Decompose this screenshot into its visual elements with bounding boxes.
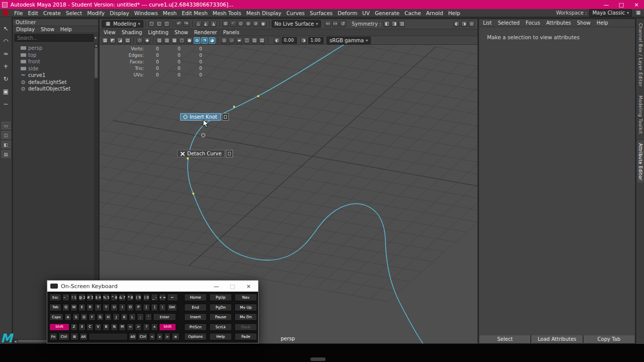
key-scrlk[interactable]: ScrLk <box>209 323 232 331</box>
key-y[interactable]: Y <box>103 304 110 311</box>
render-icon[interactable]: ◐ <box>453 21 460 27</box>
menu-deform[interactable]: Deform <box>335 10 360 16</box>
key-d[interactable]: D <box>80 313 88 321</box>
minimize-button[interactable]: — <box>599 0 614 9</box>
key-blank[interactable]: ← <box>167 294 178 301</box>
menu-cache[interactable]: Cache <box>402 10 424 16</box>
pan-zoom-icon[interactable]: ◆ <box>144 37 150 44</box>
new-scene-icon[interactable]: ▢ <box>148 21 155 27</box>
bookmarks-icon[interactable]: ◪ <box>117 37 123 44</box>
key-4[interactable]: $ 4 <box>95 294 102 301</box>
camera-lock-icon[interactable]: ▦ <box>102 37 108 44</box>
key-blank[interactable]: ] <box>151 304 158 311</box>
key-9[interactable]: ( 9 <box>135 294 142 301</box>
menu-select[interactable]: Select <box>63 10 85 16</box>
outliner-item-persp[interactable]: persp <box>13 45 98 52</box>
key-ctrl[interactable]: Ctrl <box>138 333 148 340</box>
key-5[interactable]: % 5 <box>103 294 110 301</box>
key-blank[interactable] <box>89 333 128 340</box>
menu-windows[interactable]: Windows <box>132 10 160 16</box>
workspace-grid-icon[interactable]: ▦ <box>635 10 641 16</box>
menu-modify[interactable]: Modify <box>85 10 107 16</box>
screen-ao-icon[interactable]: ◍ <box>194 37 200 44</box>
lasso-tool-icon[interactable]: ◠ <box>2 37 11 46</box>
select-object-icon[interactable]: ◭ <box>203 21 209 27</box>
key-ctrl[interactable]: Ctrl <box>58 333 69 340</box>
search-input[interactable] <box>15 34 94 42</box>
copy-tab-button[interactable]: Copy Tab <box>584 335 634 343</box>
key-l[interactable]: L <box>129 313 136 321</box>
safe-title-icon[interactable]: ▤ <box>259 37 265 44</box>
key-tab[interactable]: Tab <box>49 304 61 311</box>
field-chart-icon[interactable]: ▱ <box>228 37 235 44</box>
key-blank[interactable]: + = <box>159 294 166 301</box>
key-del[interactable]: Del <box>167 304 177 311</box>
viewport-menu-panels[interactable]: Panels <box>220 30 242 35</box>
key-blank[interactable]: _ - <box>151 294 158 301</box>
key-prtscn[interactable]: PrtScn <box>184 323 207 331</box>
key-t[interactable]: T <box>95 304 102 311</box>
key-m[interactable]: M <box>119 323 126 331</box>
menu-arnold[interactable]: Arnold <box>424 10 446 16</box>
key-blank[interactable]: ∧ <box>151 323 158 331</box>
key-pause[interactable]: Pause <box>209 313 232 321</box>
snap-center-icon[interactable]: ⊚ <box>245 21 252 27</box>
key-c[interactable]: C <box>87 323 94 331</box>
detach-curve-options-box[interactable] <box>226 150 233 157</box>
use-lights-icon[interactable]: ○ <box>179 37 185 44</box>
key-0[interactable]: ) 0 <box>143 294 150 301</box>
menu-create[interactable]: Create <box>41 10 63 16</box>
ae-menu-show[interactable]: Show <box>574 20 594 26</box>
key-blank[interactable]: > <box>135 323 142 331</box>
ae-menu-focus[interactable]: Focus <box>523 20 543 26</box>
scrollbar-thumb[interactable] <box>95 48 98 78</box>
menu-edit-mesh[interactable]: Edit Mesh <box>179 10 210 16</box>
close-button[interactable]: × <box>629 0 644 9</box>
key-blank[interactable]: ? <box>143 323 150 331</box>
key-8[interactable]: * 8 <box>127 294 134 301</box>
key-blank[interactable]: [ <box>143 304 150 311</box>
rotate-tool-icon[interactable]: ↻ <box>2 74 11 83</box>
key-o[interactable]: O <box>127 304 134 311</box>
key-7[interactable]: & 7 <box>119 294 126 301</box>
layout-persp-outliner-icon[interactable]: ◧ <box>2 141 11 148</box>
menu-mesh-tools[interactable]: Mesh Tools <box>210 10 244 16</box>
outliner-item-side[interactable]: side <box>13 65 98 72</box>
gamma-value[interactable]: 1.00 <box>308 37 324 44</box>
key-q[interactable]: Q <box>62 304 69 311</box>
load-attributes-button[interactable]: Load Attributes <box>531 335 582 343</box>
key-i[interactable]: I <box>119 304 126 311</box>
key-blank[interactable]: ⊞ <box>70 333 78 340</box>
key-options[interactable]: Options <box>184 333 207 340</box>
menu-help[interactable]: Help <box>446 10 463 16</box>
input-connections-icon[interactable]: ↤ <box>325 21 331 27</box>
ae-menu-selected[interactable]: Selected <box>495 20 522 26</box>
key-mv-dn[interactable]: Mv Dn <box>234 313 257 321</box>
key-u[interactable]: U <box>111 304 118 311</box>
exposure-control[interactable]: ◐ 0.00 <box>273 37 297 44</box>
key-x[interactable]: X <box>78 323 86 331</box>
key-blank[interactable]: ' <box>145 313 152 321</box>
gamma-control[interactable]: ◑ 1.00 <box>300 37 324 44</box>
key-blank[interactable]: ~ ` <box>62 294 69 301</box>
shadows-icon[interactable]: ● <box>186 37 193 44</box>
key-1[interactable]: ! 1 <box>70 294 77 301</box>
menu-display[interactable]: Display <box>107 10 132 16</box>
key-shift[interactable]: Shift <box>159 323 176 331</box>
safe-action-icon[interactable]: ▥ <box>251 37 258 44</box>
outliner-item-top[interactable]: top <box>13 52 98 59</box>
key-esc[interactable]: Esc <box>49 294 61 301</box>
key-enter[interactable]: Enter <box>153 313 176 321</box>
key-nav[interactable]: Nav <box>234 294 257 301</box>
key-p[interactable]: P <box>135 304 142 311</box>
paint-select-tool-icon[interactable]: ≈ <box>2 49 11 58</box>
key-dock[interactable]: Dock <box>234 323 257 331</box>
key-z[interactable]: Z <box>70 323 77 331</box>
symmetry-topo-icon[interactable]: ▥ <box>398 21 405 27</box>
outliner-menu-help[interactable]: Help <box>57 27 75 32</box>
multisample-icon[interactable]: ◕ <box>209 37 215 44</box>
save-scene-icon[interactable]: ◫ <box>164 21 170 27</box>
key-caps[interactable]: Caps <box>49 313 63 321</box>
key-blank[interactable]: > <box>164 333 171 340</box>
key-blank[interactable]: ; <box>137 313 144 321</box>
